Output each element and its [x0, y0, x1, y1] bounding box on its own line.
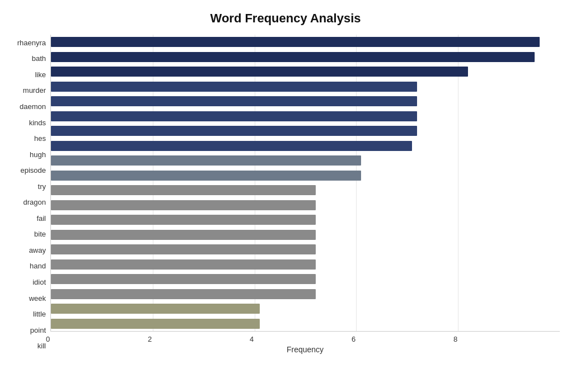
y-axis-label: kinds	[29, 119, 46, 126]
bar	[51, 215, 316, 225]
y-axis-label: episode	[20, 167, 46, 174]
y-axis-label: week	[29, 295, 46, 302]
bar-row	[51, 51, 560, 63]
y-axis-label: bite	[34, 230, 46, 238]
bar-row	[51, 125, 560, 137]
y-axis-label: dragon	[24, 199, 46, 206]
y-axis-label: point	[30, 327, 46, 334]
x-axis-labels: 02468	[50, 332, 560, 343]
bar-row	[51, 229, 560, 241]
bar-row	[51, 258, 560, 271]
bar	[51, 274, 316, 284]
bar-row	[51, 65, 560, 78]
bars-wrapper	[50, 35, 560, 332]
bar-row	[51, 199, 560, 211]
grid-line	[153, 35, 153, 331]
bar-row	[51, 169, 560, 182]
y-axis-label: hes	[34, 135, 46, 142]
chart-area: rhaenyrabathlikemurderdaemonkindsheshugh…	[11, 35, 560, 354]
chart-title: Word Frequency Analysis	[11, 11, 560, 26]
bar-row	[51, 243, 560, 256]
x-axis-tick-label: 6	[352, 335, 355, 343]
y-axis-label: idiot	[32, 278, 46, 286]
bar	[51, 259, 316, 270]
grid-line	[458, 35, 458, 331]
bar	[51, 37, 540, 47]
grid-line	[255, 35, 255, 331]
y-axis-label: away	[29, 247, 46, 254]
y-axis-label: hugh	[30, 151, 46, 158]
y-axis-label: fail	[36, 215, 46, 222]
grid-line	[356, 35, 357, 331]
bars-and-axes: 02468 Frequency	[50, 35, 560, 354]
bar	[51, 155, 361, 166]
y-axis-label: murder	[23, 87, 46, 94]
y-axis-label: little	[33, 310, 46, 318]
bar	[51, 185, 316, 195]
y-axis-label: daemon	[20, 103, 46, 110]
bar	[51, 244, 316, 254]
y-axis-label: try	[38, 183, 46, 190]
bar	[51, 171, 361, 181]
bar	[51, 319, 260, 329]
bar	[51, 126, 417, 136]
bar	[51, 67, 468, 77]
bar	[51, 304, 260, 314]
bar	[51, 141, 412, 151]
y-axis-label: kill	[38, 342, 46, 350]
bar	[51, 289, 316, 299]
bar-row	[51, 303, 560, 315]
chart-container: Word Frequency Analysis rhaenyrabathlike…	[0, 0, 571, 392]
bar-row	[51, 154, 560, 167]
bar-row	[51, 36, 560, 48]
grid-lines	[51, 35, 560, 331]
bar	[51, 111, 417, 121]
bar-row	[51, 318, 560, 330]
bar	[51, 52, 535, 62]
bar	[51, 82, 417, 92]
bar	[51, 230, 316, 240]
bar-row	[51, 81, 560, 93]
bar-row	[51, 273, 560, 285]
bar	[51, 200, 316, 210]
bar-row	[51, 184, 560, 196]
bar	[51, 96, 417, 106]
bar-row	[51, 288, 560, 300]
bar-row	[51, 95, 560, 107]
bar-row	[51, 140, 560, 152]
bar-row	[51, 214, 560, 226]
x-axis-tick-label: 0	[46, 335, 50, 343]
x-axis-tick-label: 2	[148, 335, 152, 343]
x-axis-tick-label: 8	[453, 335, 457, 343]
y-axis-label: hand	[30, 262, 46, 270]
x-axis-title: Frequency	[50, 345, 560, 354]
x-axis-tick-label: 4	[250, 335, 254, 343]
y-axis-label: bath	[32, 55, 46, 62]
bar-row	[51, 110, 560, 122]
y-labels: rhaenyrabathlikemurderdaemonkindsheshugh…	[11, 35, 50, 354]
y-axis-label: rhaenyra	[17, 39, 46, 46]
y-axis-label: like	[35, 71, 46, 78]
